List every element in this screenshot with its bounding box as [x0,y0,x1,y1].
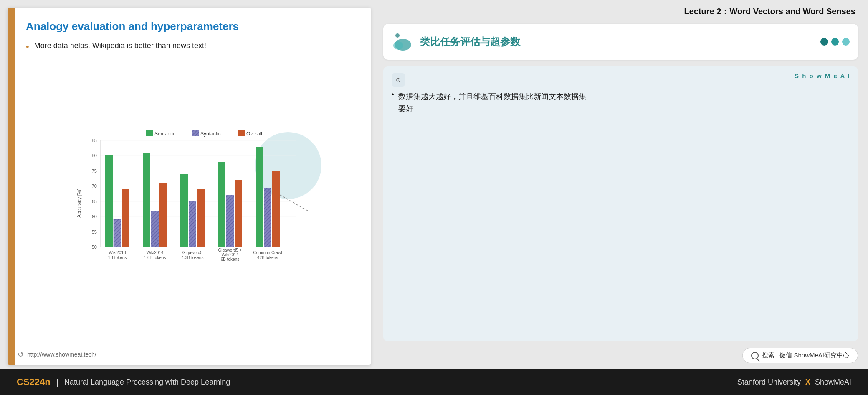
bar-wiki2010-overall [122,189,129,247]
chart-container: Accuracy [%] 50 55 [26,61,358,337]
hatch-3 [189,201,196,247]
search-bar[interactable]: 搜索 | 微信 ShowMeAI研究中心 [742,348,858,363]
svg-text:85: 85 [92,138,97,143]
svg-text:Gigaword5 +: Gigaword5 + [218,248,242,252]
x-separator: X [805,378,810,386]
legend-overall-swatch [238,130,245,136]
topic-icon [392,31,414,53]
translation-line1: 数据集越大越好，并且维基百科数据集比新闻文本数据集 [398,92,586,101]
dot-2 [831,38,839,46]
legend-semantic-swatch [146,130,153,136]
translation-card: S h o w M e A I ⊙ • 数据集越大越好，并且维基百科数据集比新闻… [383,66,858,341]
translation-bullet: • 数据集越大越好，并且维基百科数据集比新闻文本数据集 要好 [392,91,850,115]
bar-commoncrawl-semantic [256,147,263,247]
bar-wiki2010-semantic [105,155,113,247]
bar-wiki2014-overall [159,183,167,247]
svg-text:75: 75 [92,168,97,173]
svg-text:Wiki2014: Wiki2014 [146,250,164,255]
ai-icon: ⊙ [392,73,405,87]
svg-text:80: 80 [92,153,97,158]
bar-wiki2014-semantic [143,153,150,247]
svg-text:6B tokens: 6B tokens [221,257,239,262]
bullet-dot: • [26,41,29,52]
translation-text: 数据集越大越好，并且维基百科数据集比新闻文本数据集 要好 [398,91,586,115]
svg-text:65: 65 [92,199,97,204]
svg-text:Common Crawl: Common Crawl [253,250,282,255]
bullet-text: More data helps, Wikipedia is better tha… [34,41,206,50]
slide-panel: Analogy evaluation and hyperparameters •… [8,8,371,365]
bottom-left: CS224n | Natural Language Processing wit… [17,377,230,387]
slide-footer: ↺ http://www.showmeai.tech/ [8,346,371,365]
svg-text:70: 70 [92,183,97,189]
slide-left-bar [8,8,15,365]
dots-row [820,38,850,46]
svg-text:1.6B tokens: 1.6B tokens [144,255,166,260]
bar-gigaword5-overall [197,189,205,247]
footer-icon: ↺ [18,350,24,359]
connector-line [280,195,309,212]
hatch-4 [226,195,234,247]
svg-text:Wiki2014: Wiki2014 [221,252,239,257]
topic-card: 类比任务评估与超参数 [383,24,858,60]
course-name: Natural Language Processing with Deep Le… [64,378,230,387]
translation-line2: 要好 [398,104,413,113]
bar-chart: Accuracy [%] 50 55 [75,128,309,266]
stanford-text: Stanford University [737,378,801,386]
bar-commoncrawl-overall [272,171,280,247]
legend-semantic-label: Semantic [154,131,175,137]
legend-syntactic-label: Syntactic [200,131,221,137]
dot-3 [842,38,850,46]
slide-title: Analogy evaluation and hyperparameters [26,20,358,33]
svg-text:Wiki2010: Wiki2010 [109,250,126,255]
bottom-right: Stanford University X ShowMeAI [737,378,851,387]
bar-gigaword5wiki-semantic [218,162,225,247]
right-panel: Lecture 2：Word Vectors and Word Senses 类… [379,0,868,369]
svg-text:42B tokens: 42B tokens [257,255,278,260]
search-icon [751,352,759,359]
showmeai-badge: S h o w M e A I [795,72,850,79]
hatch-5 [264,188,271,247]
legend-overall-label: Overall [246,131,262,137]
svg-point-31 [393,41,403,50]
y-axis-label: Accuracy [%] [76,189,82,218]
hatch-1 [114,219,121,247]
search-bar-container: 搜索 | 微信 ShowMeAI研究中心 [383,348,858,365]
footer-url: http://www.showmeai.tech/ [27,351,96,358]
cs224n-label: CS224n [17,377,51,387]
bullet-point: • More data helps, Wikipedia is better t… [26,41,358,52]
lecture-title: Lecture 2：Word Vectors and Word Senses [383,6,858,17]
dot-1 [820,38,828,46]
bottom-bar: CS224n | Natural Language Processing wit… [0,369,868,395]
svg-point-29 [395,33,400,38]
topic-title-cn: 类比任务评估与超参数 [420,35,520,48]
svg-text:55: 55 [92,229,97,234]
chart-wrapper: Accuracy [%] 50 55 [75,128,309,270]
svg-text:60: 60 [92,214,97,219]
search-text: 搜索 | 微信 ShowMeAI研究中心 [762,352,849,359]
divider: | [56,377,58,387]
bar-gigaword5wiki-overall [235,180,242,247]
svg-text:4.3B tokens: 4.3B tokens [182,255,204,260]
hatch-2 [151,211,159,247]
svg-text:50: 50 [92,245,97,250]
svg-text:Gigaword5: Gigaword5 [182,250,203,255]
bullet-marker: • [392,91,394,98]
bar-gigaword5-semantic [180,174,188,247]
showmeai-footer: ShowMeAI [815,378,851,386]
svg-text:1B tokens: 1B tokens [108,255,127,260]
legend-syntactic-hatch [192,130,199,136]
